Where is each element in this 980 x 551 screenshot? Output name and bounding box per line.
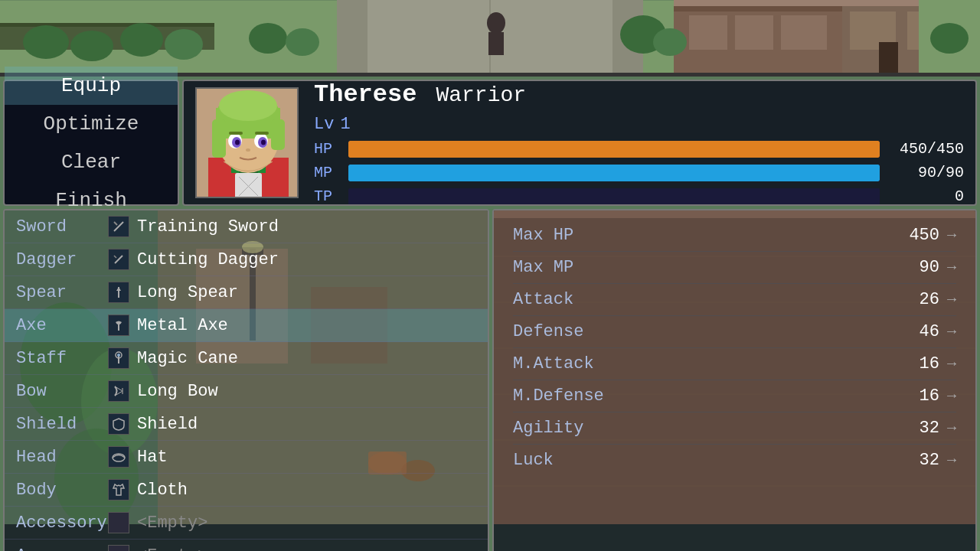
svg-point-74 [117,354,120,357]
equip-name-axe: Metal Axe [137,316,228,335]
left-menu: Equip Optimize Clear Finish [3,80,179,206]
char-details: Therese Warrior Lv 1 HP 450/450 [314,80,964,205]
stat-maxmp-arrow: → [947,259,956,276]
stat-mattack-arrow: → [947,355,956,373]
svg-line-66 [114,222,117,225]
svg-line-68 [114,256,116,258]
stat-attack: Attack 26 → [513,284,956,316]
equip-type-shield: Shield [16,415,100,434]
tp-value: 0 [887,187,964,205]
equip-name-dagger: Cutting Dagger [137,250,279,269]
portrait-svg [197,89,299,198]
equip-type-head: Head [16,448,100,467]
char-level: 1 [340,115,350,134]
stat-maxhp-arrow: → [947,227,956,244]
equip-icon-accessory-2 [108,545,129,551]
stat-defense-label: Defense [513,322,893,341]
equip-shield[interactable]: Shield Shield [5,408,488,441]
equip-icon-accessory-1 [108,512,129,533]
svg-marker-70 [116,287,121,291]
equip-type-axe: Axe [16,316,100,335]
menu-clear[interactable]: Clear [5,143,178,181]
stat-agility-label: Agility [513,419,893,438]
char-name: Therese [314,80,416,109]
svg-point-28 [930,23,969,54]
svg-rect-4 [0,23,214,27]
stat-maxhp: Max HP 450 → [513,220,956,252]
stat-attack-value: 26 [893,290,939,309]
stat-maxhp-label: Max HP [513,226,893,245]
svg-point-13 [487,12,505,34]
svg-point-10 [286,28,319,56]
svg-rect-37 [212,119,226,158]
equip-staff[interactable]: Staff Magic Cane [5,342,488,375]
equip-type-body: Body [16,481,100,500]
svg-point-9 [249,23,287,54]
stats-panel: Max HP 450 → Max MP 90 → Attack 26 → [492,209,977,551]
mp-label: MP [314,164,341,181]
menu-equip[interactable]: Equip [5,67,178,105]
stat-mattack-label: M.Attack [513,354,893,373]
equip-head[interactable]: Head Hat [5,441,488,474]
equip-type-spear: Spear [16,283,100,302]
equip-icon-dagger [108,249,129,270]
equip-icon-spear [108,282,129,303]
equip-name-sword: Training Sword [137,217,279,236]
stat-defense-value: 46 [893,322,939,341]
map-background [0,0,980,77]
equip-accessory-2[interactable]: Accessory <Empty> [5,540,488,551]
mp-value: 90/90 [887,164,964,181]
svg-rect-47 [255,132,269,135]
equip-name-shield: Shield [137,415,198,434]
svg-point-7 [120,23,163,57]
char-portrait [195,87,299,198]
stat-luck-label: Luck [513,451,893,470]
stat-defense-arrow: → [947,323,956,341]
stat-mattack-value: 16 [893,354,939,373]
svg-rect-81 [494,210,977,218]
svg-rect-38 [271,119,285,150]
svg-point-45 [261,140,266,145]
svg-point-5 [23,25,69,59]
main-layout: Equip Optimize Clear Finish [0,77,980,551]
stat-mdefense-value: 16 [893,386,939,406]
equip-name-head: Hat [137,448,168,467]
menu-optimize[interactable]: Optimize [5,105,178,143]
stat-mdefense-arrow: → [947,387,956,405]
stat-maxmp-label: Max MP [513,258,893,277]
equip-bow[interactable]: Bow Long Bow [5,375,488,408]
stat-maxhp-value: 450 [893,226,939,245]
tp-label: TP [314,187,341,205]
stat-mattack: M.Attack 16 → [513,348,956,380]
stat-luck: Luck 32 → [513,445,956,476]
equip-accessory-1[interactable]: Accessory <Empty> [5,507,488,540]
svg-point-48 [246,148,250,152]
equip-dagger[interactable]: Dagger Cutting Dagger [5,243,488,276]
equip-sword[interactable]: Sword Training Sword [5,210,488,243]
stat-agility: Agility 32 → [513,412,956,445]
char-panel: Therese Warrior Lv 1 HP 450/450 [182,80,977,206]
equip-name-spear: Long Spear [137,283,238,302]
equip-spear[interactable]: Spear Long Spear [5,276,488,309]
equip-icon-head [108,446,129,468]
equip-name-accessory-1: <Empty> [137,514,207,533]
stat-mdefense: M.Defense 16 → [513,380,956,412]
equip-icon-shield [108,413,129,435]
equip-type-staff: Staff [16,349,100,368]
svg-rect-14 [488,32,504,55]
equip-icon-body [108,479,129,500]
stat-luck-arrow: → [947,452,956,469]
svg-rect-17 [689,15,727,50]
equip-body[interactable]: Body Cloth [5,474,488,507]
svg-point-39 [219,90,277,121]
stat-agility-arrow: → [947,419,956,437]
svg-rect-19 [781,15,827,50]
equipment-list: Sword Training Sword Dagger Cutting Dagg… [3,209,489,551]
equip-icon-axe [108,315,129,336]
equip-type-sword: Sword [16,217,100,236]
equip-axe[interactable]: Axe Metal Axe [5,309,488,342]
stat-attack-label: Attack [513,290,893,309]
equip-type-dagger: Dagger [16,250,100,269]
hp-value: 450/450 [887,140,964,158]
equip-type-bow: Bow [16,382,100,401]
